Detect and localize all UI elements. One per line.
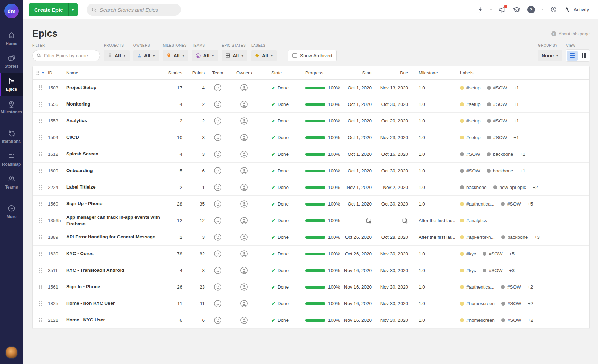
table-row[interactable]: 1630 KYC - Cores 78 82 ✔ Done 100% Oct 2… — [33, 246, 589, 262]
epic-start-date[interactable]: Oct 1, 2020 — [341, 168, 372, 173]
more-labels-count[interactable]: +2 — [528, 301, 533, 306]
more-labels-count[interactable]: +1 — [520, 168, 525, 173]
table-row[interactable]: 1561 Sign In - Phone 26 23 ✔ Done 100% N… — [33, 279, 589, 295]
team-avatar-icon[interactable] — [214, 100, 222, 108]
epic-label[interactable]: #SOW — [460, 152, 480, 157]
epic-name-link[interactable]: Sign Up - Phone — [66, 201, 167, 207]
owner-avatar-icon[interactable] — [240, 134, 248, 142]
team-avatar-icon[interactable] — [214, 283, 222, 291]
epic-label[interactable]: #homescreen — [460, 318, 495, 323]
create-epic-button[interactable]: Create Epic — [29, 3, 68, 16]
global-search[interactable] — [87, 4, 181, 16]
header-name[interactable]: Name — [66, 70, 167, 76]
epic-start-date[interactable]: Nov 1, 2020 — [341, 185, 372, 190]
epic-label[interactable]: #SOW — [483, 251, 503, 256]
epic-milestone[interactable]: 1.0 — [408, 201, 455, 207]
team-avatar-icon[interactable] — [214, 134, 222, 142]
epic-label[interactable]: #api-error-h... — [460, 235, 495, 240]
show-archived-toggle[interactable]: Show Archived — [288, 50, 337, 61]
epic-milestone[interactable]: 1.0 — [408, 268, 455, 273]
epic-label[interactable]: #SOW — [483, 268, 503, 273]
epic-label[interactable]: new-api-epic — [493, 185, 526, 190]
table-row[interactable]: 1889 API Error Handling for General Mess… — [33, 229, 589, 246]
table-row[interactable]: 1504 CI/CD 10 3 ✔ Done 100% Oct 1, 2020 … — [33, 129, 589, 146]
announcements-icon[interactable] — [498, 6, 506, 13]
epic-milestone[interactable]: 1.0 — [408, 301, 455, 306]
header-owners[interactable]: Owners — [231, 70, 257, 75]
epic-name-link[interactable]: Analytics — [66, 118, 167, 124]
header-id[interactable]: ID — [48, 70, 66, 75]
epic-due-date[interactable]: Nov 30, 2020 — [372, 318, 408, 323]
epic-label[interactable]: #SOW — [501, 284, 521, 290]
team-avatar-icon[interactable] — [214, 167, 222, 175]
drag-handle-icon[interactable] — [38, 218, 42, 223]
epic-milestone[interactable]: 1.0 — [408, 135, 455, 140]
column-view-button[interactable] — [578, 51, 589, 61]
epic-label[interactable]: #kyc — [460, 268, 476, 273]
owner-avatar-icon[interactable] — [240, 167, 248, 175]
epic-milestone[interactable]: 1.0 — [408, 251, 455, 256]
epic-label[interactable]: #setup — [460, 135, 481, 140]
table-row[interactable]: 13565 App manager can track in-app event… — [33, 212, 589, 229]
epic-name-link[interactable]: Label Titleize — [66, 184, 167, 190]
more-labels-count[interactable]: +5 — [509, 251, 515, 256]
epic-label[interactable]: #setup — [460, 102, 481, 107]
more-labels-count[interactable]: +3 — [509, 268, 515, 273]
owner-avatar-icon[interactable] — [240, 183, 248, 191]
search-input[interactable] — [100, 7, 176, 13]
epic-name-link[interactable]: Sign In - Phone — [66, 284, 167, 290]
table-row[interactable]: 2121 Home - KYC User 6 6 ✔ Done 100% Nov… — [33, 312, 589, 329]
epic-due-date[interactable]: Nov 30, 2020 — [372, 268, 408, 273]
owner-avatar-icon[interactable] — [240, 316, 248, 324]
epic-milestone[interactable]: 1.0 — [408, 284, 455, 290]
owner-avatar-icon[interactable] — [240, 217, 248, 225]
team-avatar-icon[interactable] — [214, 117, 222, 125]
epic-start-date[interactable]: Oct 1, 2020 — [341, 102, 372, 107]
epic-start-date[interactable]: Nov 16, 2020 — [341, 301, 372, 306]
teams-filter-dropdown[interactable]: All ▼ — [192, 50, 218, 61]
projects-filter-dropdown[interactable]: All ▼ — [104, 50, 130, 61]
table-row[interactable]: 1560 Sign Up - Phone 28 35 ✔ Done 100% O… — [33, 196, 589, 212]
header-labels[interactable]: Labels — [455, 70, 589, 75]
epic-name-link[interactable]: KYC - Transloadit Android — [66, 267, 167, 273]
team-avatar-icon[interactable] — [214, 233, 222, 241]
group-by-dropdown[interactable]: None ▼ — [538, 50, 562, 61]
more-labels-count[interactable]: +2 — [528, 318, 533, 323]
epic-start-date[interactable]: Nov 16, 2020 — [341, 268, 372, 273]
sidebar-item-iterations[interactable]: Iterations — [0, 125, 23, 148]
team-avatar-icon[interactable] — [214, 200, 222, 208]
owner-avatar-icon[interactable] — [240, 266, 248, 274]
owner-avatar-icon[interactable] — [240, 84, 248, 92]
epic-label[interactable]: #analytics — [460, 218, 487, 223]
team-avatar-icon[interactable] — [214, 150, 222, 158]
create-epic-dropdown-button[interactable]: ▼ — [68, 3, 78, 16]
drag-handle-icon[interactable] — [38, 251, 42, 256]
epic-name-link[interactable]: API Error Handling for General Message — [66, 234, 167, 240]
epic-label[interactable]: #kyc — [460, 251, 476, 256]
header-due[interactable]: Due — [372, 70, 408, 75]
sidebar-item-milestones[interactable]: Milestones — [0, 96, 23, 119]
owners-filter-dropdown[interactable]: All ▼ — [133, 50, 159, 61]
sidebar-item-roadmap[interactable]: Roadmap — [0, 148, 23, 171]
table-row[interactable]: 2224 Label Titleize 2 1 ✔ Done 100% Nov … — [33, 179, 589, 196]
team-avatar-icon[interactable] — [214, 266, 222, 274]
drag-handle-icon[interactable] — [38, 318, 42, 323]
epic-label[interactable]: #SOW — [501, 301, 521, 306]
epic-due-date[interactable]: Nov 2, 2020 — [372, 185, 408, 190]
epic-label[interactable]: #setup — [460, 85, 481, 90]
epic-due-date[interactable]: Oct 28, 2020 — [372, 235, 408, 240]
header-team[interactable]: Team — [205, 70, 231, 75]
more-labels-count[interactable]: +1 — [513, 85, 519, 90]
more-labels-count[interactable]: +3 — [534, 235, 539, 240]
reorder-handle-icon[interactable] — [36, 70, 40, 75]
epic-states-filter-dropdown[interactable]: All ▼ — [222, 50, 247, 61]
drag-handle-icon[interactable] — [38, 102, 42, 107]
more-labels-count[interactable]: +5 — [528, 201, 533, 207]
team-avatar-icon[interactable] — [214, 217, 222, 225]
epic-name-link[interactable]: Home - non KYC User — [66, 300, 167, 307]
epic-milestone[interactable]: 1.0 — [408, 185, 455, 190]
epic-label[interactable]: backbone — [501, 235, 528, 240]
learn-icon[interactable] — [512, 6, 521, 14]
table-row[interactable]: 1556 Monitoring 4 2 ✔ Done 100% Oct 1, 2… — [33, 96, 589, 113]
epic-name-link[interactable]: CI/CD — [66, 134, 167, 140]
